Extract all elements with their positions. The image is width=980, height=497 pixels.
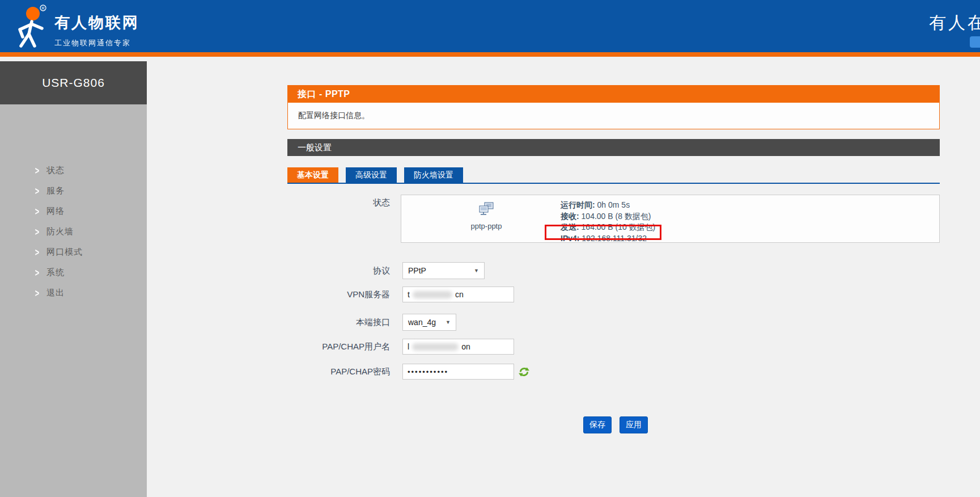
device-model-title: USR-G806: [0, 61, 147, 104]
sidebar-item-port-mode[interactable]: > 网口模式: [0, 242, 147, 262]
chevron-right-icon: >: [35, 246, 46, 258]
section-title: 一般设置: [287, 139, 940, 156]
sidebar-item-firewall[interactable]: > 防火墙: [0, 221, 147, 242]
local-interface-select[interactable]: wan_4g ▼: [402, 314, 456, 331]
uptime-line: 运行时间: 0h 0m 5s: [561, 200, 655, 211]
chevron-right-icon: >: [35, 184, 46, 196]
tab-basic-settings[interactable]: 基本设置: [287, 167, 338, 183]
save-button[interactable]: 保存: [583, 416, 612, 433]
pap-chap-username-input[interactable]: l on: [402, 339, 514, 355]
vpn-server-input[interactable]: t cn: [402, 287, 514, 302]
rx-line: 接收: 104.00 B (8 数据包): [561, 211, 655, 222]
dropdown-arrow-icon: ▼: [466, 268, 479, 273]
chevron-right-icon: >: [35, 266, 46, 278]
status-row-label: 状态: [287, 197, 390, 208]
interface-status-box: pptp-pptp 运行时间: 0h 0m 5s 接收: 104.00 B (8…: [401, 195, 940, 243]
pap-chap-password-input[interactable]: •••••••••••: [402, 364, 514, 380]
sidebar-item-status[interactable]: > 状态: [0, 160, 147, 180]
refresh-password-icon[interactable]: [519, 367, 529, 377]
registered-mark: R: [41, 6, 44, 10]
sidebar-item-network[interactable]: > 网络: [0, 201, 147, 221]
protocol-row: 协议 PPtP ▼: [287, 262, 485, 279]
password-row: PAP/CHAP密码 •••••••••••: [287, 364, 529, 380]
page-title: 接口 - PPTP: [287, 85, 940, 103]
local-interface-row: 本端接口 wan_4g ▼: [287, 314, 456, 331]
app-header: R 有人物联网 工业物联网通信专家 有人在: [0, 0, 980, 57]
sidebar-item-services[interactable]: > 服务: [0, 180, 147, 201]
chevron-right-icon: >: [35, 205, 46, 217]
apply-button[interactable]: 应用: [620, 416, 648, 433]
dropdown-arrow-icon: ▼: [438, 319, 451, 325]
page-description: 配置网络接口信息。: [287, 103, 940, 129]
sidebar: USR-G806 > 状态 > 服务 > 网络 > 防火墙 > 网口模式: [0, 61, 147, 497]
redacted-text: [412, 343, 459, 351]
redacted-text: [413, 291, 452, 298]
chevron-right-icon: >: [35, 287, 46, 298]
brand-title: 有人物联网: [54, 12, 139, 33]
chevron-right-icon: >: [35, 164, 46, 176]
router-admin-page: R 有人物联网 工业物联网通信专家 有人在 USR-G806 > 状态: [0, 0, 980, 497]
settings-tabs: 基本设置 高级设置 防火墙设置: [287, 167, 940, 184]
sidebar-menu: > 状态 > 服务 > 网络 > 防火墙 > 网口模式 > 系统: [0, 104, 147, 303]
header-cutoff-button[interactable]: [970, 36, 980, 48]
ipv4-highlight-annotation: [545, 225, 661, 240]
network-interface-icon: [478, 208, 494, 217]
interface-name: pptp-pptp: [455, 222, 517, 230]
protocol-select[interactable]: PPtP ▼: [402, 262, 485, 279]
vpn-server-row: VPN服务器 t cn: [287, 287, 514, 302]
main-content: 接口 - PPTP 配置网络接口信息。 一般设置 基本设置 高级设置 防火墙设置…: [287, 85, 940, 497]
tab-advanced-settings[interactable]: 高级设置: [346, 167, 397, 183]
brand-block: 有人物联网 工业物联网通信专家: [54, 12, 139, 48]
usr-iot-logo-icon: R: [12, 5, 50, 51]
chevron-right-icon: >: [35, 225, 46, 237]
sidebar-item-system[interactable]: > 系统: [0, 262, 147, 283]
sidebar-item-logout[interactable]: > 退出: [0, 283, 147, 303]
tab-firewall-settings[interactable]: 防火墙设置: [404, 167, 463, 183]
brand-subtitle: 工业物联网通信专家: [54, 38, 139, 48]
form-actions: 保存 应用: [583, 416, 648, 433]
username-row: PAP/CHAP用户名 l on: [287, 339, 514, 355]
interface-block: pptp-pptp: [455, 202, 517, 230]
header-slogan: 有人在: [929, 11, 980, 35]
